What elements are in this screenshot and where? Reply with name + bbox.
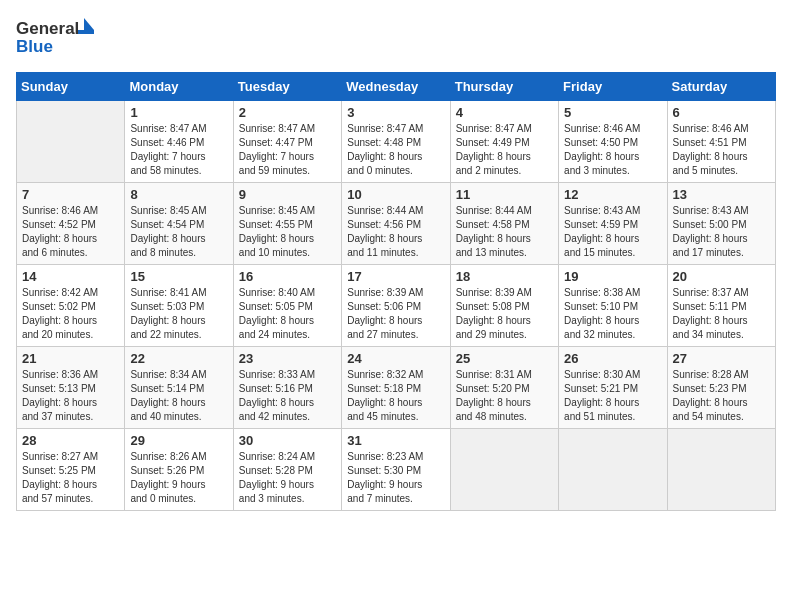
day-info: Sunrise: 8:28 AM Sunset: 5:23 PM Dayligh… — [673, 368, 770, 424]
calendar-cell: 22Sunrise: 8:34 AM Sunset: 5:14 PM Dayli… — [125, 347, 233, 429]
day-info: Sunrise: 8:38 AM Sunset: 5:10 PM Dayligh… — [564, 286, 661, 342]
calendar-cell: 25Sunrise: 8:31 AM Sunset: 5:20 PM Dayli… — [450, 347, 558, 429]
day-number: 13 — [673, 187, 770, 202]
day-info: Sunrise: 8:43 AM Sunset: 4:59 PM Dayligh… — [564, 204, 661, 260]
day-number: 26 — [564, 351, 661, 366]
day-number: 4 — [456, 105, 553, 120]
day-info: Sunrise: 8:30 AM Sunset: 5:21 PM Dayligh… — [564, 368, 661, 424]
calendar-week-row: 28Sunrise: 8:27 AM Sunset: 5:25 PM Dayli… — [17, 429, 776, 511]
day-info: Sunrise: 8:42 AM Sunset: 5:02 PM Dayligh… — [22, 286, 119, 342]
day-number: 23 — [239, 351, 336, 366]
day-info: Sunrise: 8:23 AM Sunset: 5:30 PM Dayligh… — [347, 450, 444, 506]
day-info: Sunrise: 8:47 AM Sunset: 4:48 PM Dayligh… — [347, 122, 444, 178]
day-number: 10 — [347, 187, 444, 202]
day-number: 12 — [564, 187, 661, 202]
day-info: Sunrise: 8:44 AM Sunset: 4:58 PM Dayligh… — [456, 204, 553, 260]
calendar-cell: 9Sunrise: 8:45 AM Sunset: 4:55 PM Daylig… — [233, 183, 341, 265]
calendar-cell: 12Sunrise: 8:43 AM Sunset: 4:59 PM Dayli… — [559, 183, 667, 265]
day-info: Sunrise: 8:26 AM Sunset: 5:26 PM Dayligh… — [130, 450, 227, 506]
calendar-cell: 26Sunrise: 8:30 AM Sunset: 5:21 PM Dayli… — [559, 347, 667, 429]
calendar-week-row: 21Sunrise: 8:36 AM Sunset: 5:13 PM Dayli… — [17, 347, 776, 429]
calendar-header-row: SundayMondayTuesdayWednesdayThursdayFrid… — [17, 73, 776, 101]
day-number: 16 — [239, 269, 336, 284]
svg-text:General: General — [16, 19, 79, 38]
day-info: Sunrise: 8:24 AM Sunset: 5:28 PM Dayligh… — [239, 450, 336, 506]
day-number: 21 — [22, 351, 119, 366]
calendar-cell: 18Sunrise: 8:39 AM Sunset: 5:08 PM Dayli… — [450, 265, 558, 347]
calendar-cell: 7Sunrise: 8:46 AM Sunset: 4:52 PM Daylig… — [17, 183, 125, 265]
day-number: 28 — [22, 433, 119, 448]
calendar-dow-tuesday: Tuesday — [233, 73, 341, 101]
day-info: Sunrise: 8:37 AM Sunset: 5:11 PM Dayligh… — [673, 286, 770, 342]
day-number: 24 — [347, 351, 444, 366]
day-number: 19 — [564, 269, 661, 284]
day-number: 18 — [456, 269, 553, 284]
calendar-cell: 11Sunrise: 8:44 AM Sunset: 4:58 PM Dayli… — [450, 183, 558, 265]
calendar-cell: 21Sunrise: 8:36 AM Sunset: 5:13 PM Dayli… — [17, 347, 125, 429]
calendar-cell: 8Sunrise: 8:45 AM Sunset: 4:54 PM Daylig… — [125, 183, 233, 265]
day-number: 15 — [130, 269, 227, 284]
calendar-cell: 5Sunrise: 8:46 AM Sunset: 4:50 PM Daylig… — [559, 101, 667, 183]
day-number: 31 — [347, 433, 444, 448]
calendar-cell: 27Sunrise: 8:28 AM Sunset: 5:23 PM Dayli… — [667, 347, 775, 429]
day-info: Sunrise: 8:45 AM Sunset: 4:54 PM Dayligh… — [130, 204, 227, 260]
logo-svg: GeneralBlue — [16, 16, 96, 60]
day-info: Sunrise: 8:27 AM Sunset: 5:25 PM Dayligh… — [22, 450, 119, 506]
svg-text:Blue: Blue — [16, 37, 53, 56]
day-info: Sunrise: 8:32 AM Sunset: 5:18 PM Dayligh… — [347, 368, 444, 424]
calendar-cell: 23Sunrise: 8:33 AM Sunset: 5:16 PM Dayli… — [233, 347, 341, 429]
day-number: 17 — [347, 269, 444, 284]
svg-marker-0 — [84, 18, 94, 30]
day-info: Sunrise: 8:41 AM Sunset: 5:03 PM Dayligh… — [130, 286, 227, 342]
day-number: 5 — [564, 105, 661, 120]
calendar-cell: 15Sunrise: 8:41 AM Sunset: 5:03 PM Dayli… — [125, 265, 233, 347]
day-info: Sunrise: 8:47 AM Sunset: 4:46 PM Dayligh… — [130, 122, 227, 178]
day-info: Sunrise: 8:39 AM Sunset: 5:08 PM Dayligh… — [456, 286, 553, 342]
calendar-cell: 28Sunrise: 8:27 AM Sunset: 5:25 PM Dayli… — [17, 429, 125, 511]
calendar-cell: 16Sunrise: 8:40 AM Sunset: 5:05 PM Dayli… — [233, 265, 341, 347]
calendar-dow-saturday: Saturday — [667, 73, 775, 101]
day-number: 11 — [456, 187, 553, 202]
calendar-cell: 30Sunrise: 8:24 AM Sunset: 5:28 PM Dayli… — [233, 429, 341, 511]
day-info: Sunrise: 8:47 AM Sunset: 4:49 PM Dayligh… — [456, 122, 553, 178]
day-info: Sunrise: 8:45 AM Sunset: 4:55 PM Dayligh… — [239, 204, 336, 260]
calendar-week-row: 1Sunrise: 8:47 AM Sunset: 4:46 PM Daylig… — [17, 101, 776, 183]
calendar-cell — [559, 429, 667, 511]
calendar-dow-wednesday: Wednesday — [342, 73, 450, 101]
day-number: 14 — [22, 269, 119, 284]
calendar-cell — [17, 101, 125, 183]
day-number: 30 — [239, 433, 336, 448]
calendar-cell: 20Sunrise: 8:37 AM Sunset: 5:11 PM Dayli… — [667, 265, 775, 347]
calendar-cell: 6Sunrise: 8:46 AM Sunset: 4:51 PM Daylig… — [667, 101, 775, 183]
calendar-week-row: 7Sunrise: 8:46 AM Sunset: 4:52 PM Daylig… — [17, 183, 776, 265]
calendar-dow-friday: Friday — [559, 73, 667, 101]
day-number: 7 — [22, 187, 119, 202]
calendar-table: SundayMondayTuesdayWednesdayThursdayFrid… — [16, 72, 776, 511]
calendar-cell — [667, 429, 775, 511]
calendar-week-row: 14Sunrise: 8:42 AM Sunset: 5:02 PM Dayli… — [17, 265, 776, 347]
calendar-cell: 2Sunrise: 8:47 AM Sunset: 4:47 PM Daylig… — [233, 101, 341, 183]
calendar-cell: 13Sunrise: 8:43 AM Sunset: 5:00 PM Dayli… — [667, 183, 775, 265]
calendar-cell: 1Sunrise: 8:47 AM Sunset: 4:46 PM Daylig… — [125, 101, 233, 183]
calendar-cell: 24Sunrise: 8:32 AM Sunset: 5:18 PM Dayli… — [342, 347, 450, 429]
day-info: Sunrise: 8:34 AM Sunset: 5:14 PM Dayligh… — [130, 368, 227, 424]
day-number: 8 — [130, 187, 227, 202]
calendar-cell: 14Sunrise: 8:42 AM Sunset: 5:02 PM Dayli… — [17, 265, 125, 347]
logo: GeneralBlue — [16, 16, 96, 60]
day-info: Sunrise: 8:47 AM Sunset: 4:47 PM Dayligh… — [239, 122, 336, 178]
calendar-cell: 10Sunrise: 8:44 AM Sunset: 4:56 PM Dayli… — [342, 183, 450, 265]
day-number: 3 — [347, 105, 444, 120]
day-info: Sunrise: 8:40 AM Sunset: 5:05 PM Dayligh… — [239, 286, 336, 342]
day-info: Sunrise: 8:33 AM Sunset: 5:16 PM Dayligh… — [239, 368, 336, 424]
day-number: 20 — [673, 269, 770, 284]
calendar-dow-sunday: Sunday — [17, 73, 125, 101]
calendar-cell: 31Sunrise: 8:23 AM Sunset: 5:30 PM Dayli… — [342, 429, 450, 511]
day-info: Sunrise: 8:39 AM Sunset: 5:06 PM Dayligh… — [347, 286, 444, 342]
calendar-cell: 3Sunrise: 8:47 AM Sunset: 4:48 PM Daylig… — [342, 101, 450, 183]
day-number: 29 — [130, 433, 227, 448]
day-number: 22 — [130, 351, 227, 366]
calendar-cell: 17Sunrise: 8:39 AM Sunset: 5:06 PM Dayli… — [342, 265, 450, 347]
calendar-dow-thursday: Thursday — [450, 73, 558, 101]
day-number: 1 — [130, 105, 227, 120]
page-header: GeneralBlue — [16, 16, 776, 60]
